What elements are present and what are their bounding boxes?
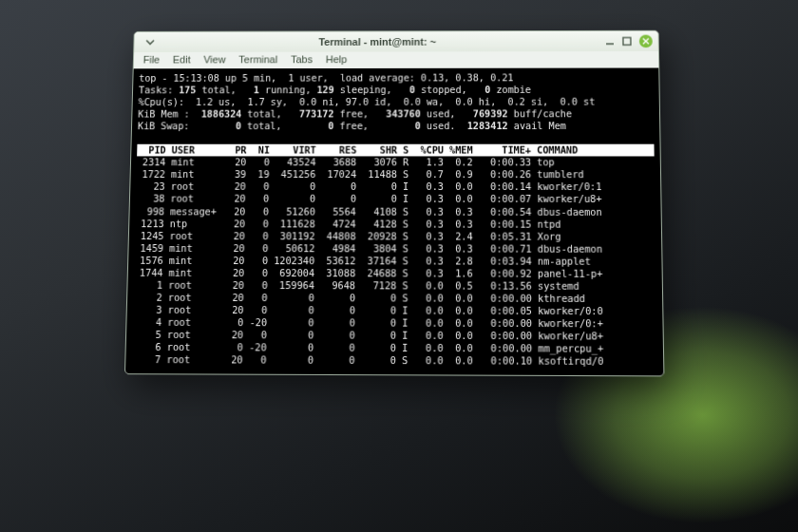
cell-cpu: 0.7 xyxy=(414,169,444,181)
cell-cmd: top xyxy=(531,157,555,169)
cell-pid: 23 xyxy=(136,180,165,193)
cell-pid: 2 xyxy=(133,292,162,304)
table-row: 1576mint20012023405361237164S0.32.80:03.… xyxy=(134,255,656,268)
cell-mem: 0.0 xyxy=(444,193,473,205)
cell-mem: 0.0 xyxy=(444,354,473,367)
cell-shr: 0 xyxy=(354,342,396,354)
minimize-icon[interactable] xyxy=(603,35,617,48)
cell-virt: 0 xyxy=(267,341,314,353)
cell-shr: 0 xyxy=(356,193,397,205)
cell-pid: 38 xyxy=(136,193,165,205)
cell-res: 0 xyxy=(314,304,355,316)
cell-s: S xyxy=(397,242,415,255)
cell-mem: 0.0 xyxy=(444,292,473,304)
menu-terminal[interactable]: Terminal xyxy=(238,54,277,66)
close-icon[interactable] xyxy=(639,35,653,48)
cell-virt: 0 xyxy=(267,292,314,304)
cell-s: I xyxy=(397,180,414,193)
svg-rect-0 xyxy=(606,43,614,45)
cell-ni: 0 xyxy=(244,255,268,267)
cell-ni: 0 xyxy=(244,292,268,304)
cell-shr: 0 xyxy=(354,354,396,367)
cell-mem: 0.5 xyxy=(444,279,473,292)
cell-res: 0 xyxy=(315,193,356,205)
cell-pid: 6 xyxy=(132,341,162,353)
cell-pr: 20 xyxy=(221,255,245,267)
cell-res: 0 xyxy=(315,180,356,193)
table-row: 1245root2003011924480820928S0.32.40:05.3… xyxy=(135,230,656,243)
cell-cpu: 0.0 xyxy=(414,304,444,316)
cell-mem: 2.8 xyxy=(444,255,473,267)
cell-time: 0:00.54 xyxy=(473,205,532,218)
cell-user: root xyxy=(162,292,221,304)
cell-time: 0:00.33 xyxy=(473,157,531,169)
cell-pr: 20 xyxy=(221,242,245,255)
menu-help[interactable]: Help xyxy=(326,54,347,66)
cell-cpu: 0.3 xyxy=(414,205,444,218)
cell-ni: 0 xyxy=(246,180,270,193)
top-summary-line: top - 15:13:08 up 5 min, 1 user, load av… xyxy=(139,71,653,84)
cell-pid: 998 xyxy=(135,205,164,218)
cell-s: S xyxy=(397,218,415,230)
cell-virt: 0 xyxy=(269,193,315,205)
cell-s: I xyxy=(396,316,414,329)
cell-time: 0:00.00 xyxy=(473,342,532,354)
table-row: 2314mint2004352436883076R1.30.20:00.33to… xyxy=(137,157,655,169)
cell-pr: 0 xyxy=(219,341,243,353)
cell-pid: 7 xyxy=(131,353,161,366)
cell-shr: 3804 xyxy=(355,242,396,255)
cell-mem: 0.0 xyxy=(444,330,473,342)
cell-shr: 0 xyxy=(355,292,396,304)
table-row: 38root200000I0.30.00:00.07kworker/u8+ xyxy=(136,193,656,205)
cell-user: root xyxy=(162,316,220,329)
cell-virt: 51260 xyxy=(269,205,315,218)
table-row: 7root200000S0.00.00:00.10ksoftirqd/0 xyxy=(131,353,657,368)
cell-s: S xyxy=(397,169,414,181)
cell-virt: 0 xyxy=(267,329,314,341)
cell-cpu: 0.0 xyxy=(414,279,444,292)
cell-s: S xyxy=(396,292,414,304)
menu-tabs[interactable]: Tabs xyxy=(291,54,313,66)
svg-rect-1 xyxy=(623,38,631,46)
cell-mem: 0.0 xyxy=(444,304,473,316)
window-menu-icon[interactable] xyxy=(143,36,157,48)
cell-pr: 20 xyxy=(223,157,247,169)
menu-edit[interactable]: Edit xyxy=(173,54,191,66)
terminal-body[interactable]: top - 15:13:08 up 5 min, 1 user, load av… xyxy=(125,67,663,375)
table-row: 1744mint2006920043108824688S0.31.60:00.9… xyxy=(134,267,656,280)
cell-mem: 0.3 xyxy=(444,242,473,255)
cell-virt: 0 xyxy=(269,180,315,193)
window-title: Terminal - mint@mint: ~ xyxy=(157,36,599,48)
cell-user: message+ xyxy=(164,205,222,218)
cell-mem: 0.3 xyxy=(444,218,473,230)
menu-view[interactable]: View xyxy=(203,54,225,66)
table-header: PIDUSERPRNIVIRTRESSHRS%CPU%MEMTIME+COMMA… xyxy=(137,144,655,157)
cell-time: 0:00.05 xyxy=(473,305,532,317)
cell-time: 0:13.56 xyxy=(473,279,532,292)
cell-shr: 37164 xyxy=(355,255,396,267)
cell-user: mint xyxy=(163,242,221,255)
terminal-window: Terminal - mint@mint: ~ File Edit View T… xyxy=(124,30,664,377)
process-list: 2314mint2004352436883076R1.30.20:00.33to… xyxy=(131,157,657,369)
cell-ni: 0 xyxy=(246,157,270,169)
cell-shr: 0 xyxy=(356,180,397,193)
cell-cmd: ntpd xyxy=(531,218,560,230)
cell-pid: 4 xyxy=(132,316,162,329)
maximize-icon[interactable] xyxy=(620,35,634,48)
cell-pr: 20 xyxy=(222,180,246,193)
cell-res: 5564 xyxy=(315,205,356,218)
cell-s: S xyxy=(397,205,414,218)
cell-res: 3688 xyxy=(315,157,356,169)
cell-shr: 11488 xyxy=(356,169,397,181)
cell-user: mint xyxy=(165,157,223,169)
cell-ni: 19 xyxy=(246,169,270,181)
cell-time: 0:00.00 xyxy=(473,317,532,330)
cell-time: 0:00.71 xyxy=(473,242,532,255)
cell-cpu: 0.3 xyxy=(414,242,444,255)
cell-res: 0 xyxy=(314,292,355,304)
cell-time: 0:00.10 xyxy=(473,354,532,367)
cell-pid: 1 xyxy=(133,279,162,292)
menu-file[interactable]: File xyxy=(143,54,161,66)
titlebar[interactable]: Terminal - mint@mint: ~ xyxy=(134,31,658,52)
cell-s: I xyxy=(396,330,414,342)
